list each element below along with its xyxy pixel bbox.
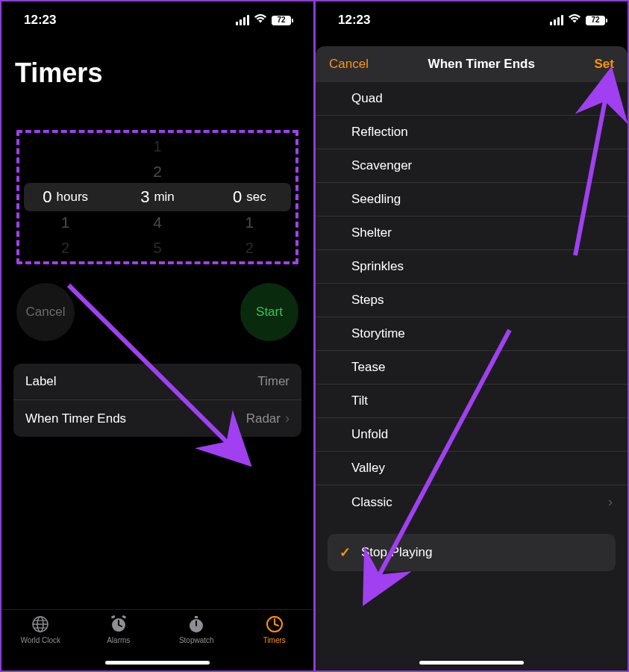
stopwatch-icon — [187, 615, 206, 634]
home-indicator[interactable] — [105, 661, 210, 665]
chevron-right-icon: › — [608, 494, 616, 510]
sound-option[interactable]: Tease — [316, 351, 628, 385]
set-button[interactable]: Set — [595, 57, 614, 72]
seconds-column[interactable]: 0sec 1 2 — [204, 133, 295, 261]
right-screenshot: 12:23 72 Cancel When Timer Ends Set Quad… — [316, 1, 628, 671]
sound-option[interactable]: Valley — [316, 452, 628, 485]
sound-option[interactable]: Shelter — [316, 217, 628, 250]
when-timer-ends-row[interactable]: When Timer Ends Radar› — [13, 400, 301, 437]
battery-icon: 72 — [272, 16, 291, 25]
sound-option[interactable]: Scavenger — [316, 149, 628, 183]
ends-key: When Timer Ends — [25, 411, 126, 426]
home-indicator[interactable] — [419, 661, 524, 665]
modal-title: When Timer Ends — [428, 57, 535, 72]
sound-option[interactable]: Quad — [316, 82, 628, 116]
sound-option[interactable]: Storytime — [316, 317, 628, 351]
time-picker[interactable]: 0hours 1 2 1 2 3min 4 5 0sec 1 2 — [16, 130, 298, 264]
classic-sounds-row[interactable]: Classic › — [316, 485, 628, 519]
sound-option[interactable]: Seedling — [316, 183, 628, 217]
hours-column[interactable]: 0hours 1 2 — [19, 133, 111, 261]
checkmark-icon: ✓ — [339, 544, 351, 561]
svg-rect-11 — [195, 616, 198, 618]
action-buttons: Cancel Start — [1, 264, 313, 355]
stop-playing-label: Stop Playing — [361, 545, 432, 560]
status-bar: 12:23 72 — [316, 1, 628, 39]
timer-settings: Label Timer When Timer Ends Radar› — [13, 364, 301, 437]
svg-line-15 — [275, 624, 278, 626]
cancel-button[interactable]: Cancel — [16, 283, 75, 341]
left-screenshot: 12:23 72 Timers 0hours 1 2 1 2 3min 4 5 — [1, 1, 313, 671]
cellular-signal-icon — [236, 15, 249, 25]
chevron-right-icon: › — [285, 411, 290, 426]
minutes-column[interactable]: 1 2 3min 4 5 — [111, 133, 203, 261]
status-icons: 72 — [550, 13, 605, 28]
globe-icon — [31, 615, 50, 634]
stop-playing-row[interactable]: ✓ Stop Playing — [328, 534, 616, 571]
start-button[interactable]: Start — [240, 283, 298, 341]
sound-option[interactable]: Sprinkles — [316, 250, 628, 284]
modal-header: Cancel When Timer Ends Set — [316, 46, 628, 82]
wifi-icon — [254, 13, 267, 28]
label-row[interactable]: Label Timer — [13, 364, 301, 400]
timer-icon — [265, 615, 284, 634]
ends-value: Radar› — [246, 411, 290, 426]
tab-timers[interactable]: Timers — [236, 615, 314, 671]
sound-picker-sheet: Cancel When Timer Ends Set Quad Reflecti… — [316, 46, 628, 671]
label-key: Label — [25, 374, 57, 389]
sound-option[interactable]: Tilt — [316, 385, 628, 418]
wifi-icon — [568, 13, 581, 28]
sound-option[interactable]: Reflection — [316, 116, 628, 149]
sound-option[interactable]: Unfold — [316, 418, 628, 452]
cancel-button[interactable]: Cancel — [329, 57, 369, 72]
status-bar: 12:23 72 — [1, 1, 313, 39]
battery-icon: 72 — [586, 16, 605, 25]
sound-list[interactable]: Quad Reflection Scavenger Seedling Shelt… — [316, 82, 628, 519]
alarm-icon — [109, 615, 128, 634]
status-icons: 72 — [236, 13, 291, 28]
status-time: 12:23 — [338, 13, 370, 28]
sound-option[interactable]: Steps — [316, 284, 628, 317]
label-value: Timer — [257, 374, 290, 389]
page-title: Timers — [1, 39, 313, 104]
cellular-signal-icon — [550, 15, 563, 25]
status-time: 12:23 — [24, 13, 56, 28]
svg-rect-6 — [111, 615, 116, 619]
tab-world-clock[interactable]: World Clock — [1, 615, 80, 671]
svg-rect-7 — [122, 615, 126, 619]
